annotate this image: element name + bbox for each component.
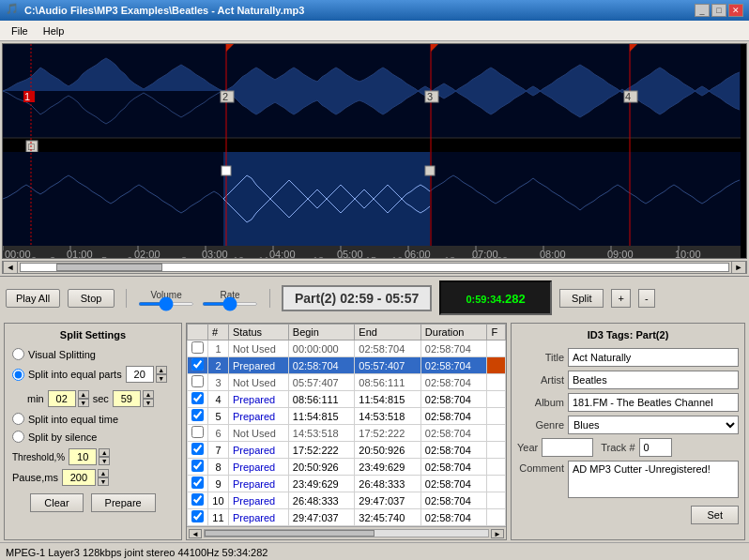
svg-text:16: 16	[391, 255, 403, 258]
split-button[interactable]: Split	[559, 289, 604, 308]
pause-input[interactable]	[62, 469, 96, 486]
waveform-area[interactable]: □ 1 2 3	[2, 43, 747, 259]
row-checkbox[interactable]	[191, 510, 204, 522]
equal-time-option[interactable]: Split into equal time	[12, 413, 174, 425]
plus-button[interactable]: +	[611, 289, 630, 308]
row-checkbox[interactable]	[191, 426, 204, 438]
maximize-button[interactable]: □	[711, 4, 726, 17]
clear-button[interactable]: Clear	[30, 493, 83, 512]
id3-year-input[interactable]	[542, 438, 593, 457]
row-checkbox-cell	[188, 391, 208, 408]
menu-help[interactable]: Help	[36, 23, 72, 38]
equal-parts-input[interactable]	[126, 366, 154, 383]
threshold-up-btn[interactable]: ▲	[99, 448, 110, 457]
equal-parts-up-btn[interactable]: ▲	[156, 366, 167, 374]
table-row[interactable]: 4Prepared08:56:11111:54:81502:58:704	[188, 391, 506, 408]
id3-comment-input[interactable]: AD MP3 Cutter -Unregistered!	[568, 461, 739, 498]
row-checkbox[interactable]	[191, 493, 204, 506]
time-inputs-row: min ▲ ▼ sec ▲ ▼	[12, 390, 174, 407]
table-row[interactable]: 5Prepared11:54:81514:53:51802:58:704	[188, 408, 506, 425]
pause-up-btn[interactable]: ▲	[98, 469, 109, 477]
row-begin: 05:57:407	[288, 374, 355, 391]
svg-text:3: 3	[50, 255, 55, 258]
prepare-button[interactable]: Prepare	[91, 493, 156, 512]
table-row[interactable]: 6Not Used14:53:51817:52:22202:58:704	[188, 425, 506, 442]
table-row[interactable]: 1Not Used00:00:00002:58:70402:58:704	[188, 341, 506, 357]
row-checkbox[interactable]	[191, 392, 204, 404]
equal-parts-spin: ▲ ▼	[126, 366, 167, 383]
row-checkbox[interactable]	[191, 375, 204, 387]
table-scroll-left[interactable]: ◄	[189, 529, 202, 538]
id3-album-input[interactable]	[568, 393, 739, 412]
row-checkbox[interactable]	[191, 460, 204, 472]
row-end: 11:54:815	[355, 391, 421, 408]
table-hscroll-thumb[interactable]	[205, 530, 374, 537]
waveform-scrollbar[interactable]: ◄ ►	[2, 261, 747, 274]
min-up-btn[interactable]: ▲	[78, 390, 89, 399]
scroll-left-btn[interactable]: ◄	[3, 261, 18, 274]
stop-button[interactable]: Stop	[68, 289, 115, 308]
scroll-right-btn[interactable]: ►	[731, 261, 746, 274]
row-checkbox[interactable]	[191, 477, 204, 489]
sec-input[interactable]	[113, 390, 141, 407]
visual-splitting-radio[interactable]	[12, 348, 24, 360]
close-button[interactable]: ✕	[728, 4, 743, 17]
svg-text:17: 17	[418, 255, 429, 258]
row-checkbox[interactable]	[191, 443, 204, 455]
equal-parts-down-btn[interactable]: ▼	[156, 374, 167, 383]
row-checkbox[interactable]	[191, 341, 204, 354]
table-row[interactable]: 2Prepared02:58:70405:57:40702:58:704	[188, 357, 506, 374]
id3-track-input[interactable]	[639, 438, 672, 457]
scrollbar-track[interactable]	[20, 263, 729, 272]
table-row[interactable]: 8Prepared20:50:92623:49:62902:58:704	[188, 459, 506, 476]
main-content: Split Settings Visual Splitting Split in…	[0, 319, 749, 542]
svg-text:1: 1	[5, 255, 10, 258]
equal-time-radio[interactable]	[12, 413, 24, 425]
threshold-input[interactable]	[69, 448, 97, 465]
minus-button[interactable]: -	[638, 289, 655, 308]
status-bar: MPEG-1 Layer3 128kbps joint stereo 44100…	[0, 542, 749, 560]
svg-text:12: 12	[284, 255, 296, 258]
table-row[interactable]: 3Not Used05:57:40708:56:11102:58:704	[188, 374, 506, 391]
menu-file[interactable]: File	[4, 23, 36, 38]
id3-tags-panel: ID3 Tags: Part(2) Title Artist Album Gen…	[511, 323, 745, 540]
id3-title-label: Title	[517, 352, 564, 363]
row-checkbox[interactable]	[191, 358, 204, 371]
min-label: min	[27, 393, 44, 404]
table-row[interactable]: 11Prepared29:47:03732:45:74002:58:704	[188, 509, 506, 526]
row-num: 11	[208, 509, 229, 526]
row-flag	[487, 509, 506, 526]
parts-table-scroll[interactable]: # Status Begin End Duration F 1Not Used0…	[187, 324, 506, 526]
scrollbar-thumb[interactable]	[56, 264, 162, 271]
svg-text:2: 2	[31, 255, 37, 258]
threshold-down-btn[interactable]: ▼	[99, 457, 110, 465]
equal-parts-radio[interactable]	[12, 369, 24, 381]
id3-title-input[interactable]	[568, 348, 739, 367]
silence-radio[interactable]	[12, 431, 24, 443]
table-row[interactable]: 7Prepared17:52:22220:50:92602:58:704	[188, 442, 506, 459]
volume-slider[interactable]	[138, 302, 194, 306]
table-hscroll[interactable]: ◄ ►	[187, 526, 506, 539]
pause-down-btn[interactable]: ▼	[98, 477, 109, 486]
play-all-button[interactable]: Play All	[6, 289, 60, 308]
table-scroll-right[interactable]: ►	[491, 529, 504, 538]
id3-genre-select[interactable]: Blues Rock Pop Country Jazz	[568, 416, 739, 434]
min-input[interactable]	[48, 390, 76, 407]
table-hscroll-track[interactable]	[204, 529, 489, 537]
row-checkbox-cell	[188, 459, 208, 476]
visual-splitting-option[interactable]: Visual Splitting	[12, 348, 174, 360]
row-end: 02:58:704	[355, 341, 421, 357]
sec-up-btn[interactable]: ▲	[143, 390, 154, 399]
id3-artist-input[interactable]	[568, 371, 739, 389]
equal-parts-option[interactable]: Split into equal parts ▲ ▼	[12, 366, 174, 383]
silence-option[interactable]: Split by silence	[12, 431, 174, 443]
sec-down-btn[interactable]: ▼	[143, 399, 154, 407]
rate-slider[interactable]	[202, 302, 258, 306]
row-checkbox[interactable]	[191, 409, 204, 421]
table-row[interactable]: 9Prepared23:49:62926:48:33302:58:704	[188, 476, 506, 492]
minimize-button[interactable]: _	[695, 4, 710, 17]
table-row[interactable]: 10Prepared26:48:33329:47:03702:58:704	[188, 492, 506, 509]
id3-genre-label: Genre	[517, 419, 564, 431]
id3-set-button[interactable]: Set	[691, 506, 739, 524]
min-down-btn[interactable]: ▼	[78, 399, 89, 407]
